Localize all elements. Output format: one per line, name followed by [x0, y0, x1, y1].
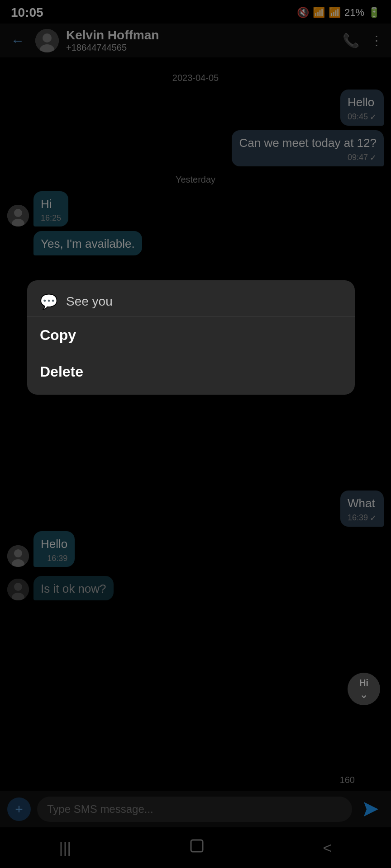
context-menu-overlay[interactable]: [0, 0, 391, 868]
context-menu: 💬 See you Copy Delete: [27, 280, 355, 395]
message-icon: 💬: [40, 293, 58, 310]
context-menu-header: 💬 See you: [27, 285, 355, 317]
copy-menu-item[interactable]: Copy: [27, 317, 355, 354]
delete-menu-item[interactable]: Delete: [27, 354, 355, 390]
context-menu-title: See you: [66, 294, 113, 309]
